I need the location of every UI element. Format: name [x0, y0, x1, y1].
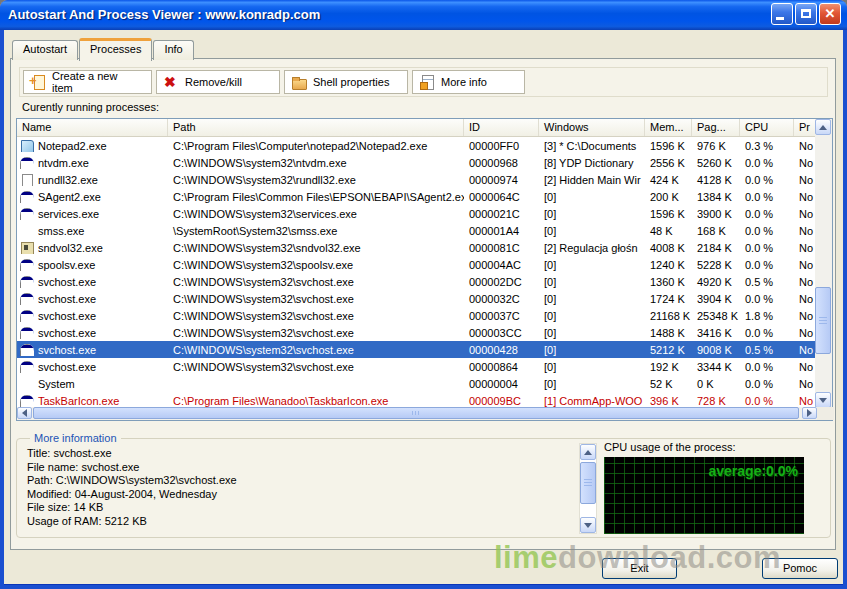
process-name: svchost.exe — [38, 293, 96, 305]
cell-pag: 168 K — [692, 225, 740, 237]
remove-kill-icon — [163, 74, 179, 90]
table-row[interactable]: ntvdm.exeC:\WINDOWS\system32\ntvdm.exe00… — [17, 154, 816, 171]
process-name: rundll32.exe — [38, 174, 98, 186]
vertical-scroll-thumb[interactable] — [815, 287, 831, 354]
window-icon — [20, 157, 34, 169]
scroll-left-button[interactable] — [17, 407, 32, 419]
horizontal-scroll-thumb[interactable] — [33, 407, 799, 419]
cell-windows: [1] CommApp-WOO — [539, 395, 645, 407]
shell-properties-icon — [291, 74, 307, 90]
table-row[interactable]: svchost.exeC:\WINDOWS\system32\svchost.e… — [17, 307, 816, 324]
details-scrollbar[interactable] — [579, 443, 597, 534]
close-button[interactable]: ✕ — [819, 3, 841, 25]
cell-mem: 396 K — [645, 395, 692, 407]
table-row[interactable]: SAgent2.exeC:\Program Files\Common Files… — [17, 188, 816, 205]
cell-name: Notepad2.exe — [17, 140, 168, 152]
cell-path: C:\Program Files\Common Files\EPSON\EBAP… — [168, 191, 464, 203]
cell-id: 0000032C — [464, 293, 539, 305]
arrow-up-icon — [584, 450, 592, 455]
table-row[interactable]: svchost.exeC:\WINDOWS\system32\svchost.e… — [17, 341, 816, 358]
running-processes-label: Curently running processes: — [22, 101, 159, 113]
table-header: NamePathIDWindowsMem...Pag...CPUPr — [17, 119, 816, 137]
cell-cpu: 0.0 % — [740, 208, 794, 220]
cell-mem: 200 K — [645, 191, 692, 203]
cpu-usage-label: CPU usage of the process: — [604, 441, 735, 453]
table-body: Notepad2.exeC:\Program Files\Computer\no… — [17, 137, 816, 409]
cell-mem: 424 K — [645, 174, 692, 186]
cell-pag: 3900 K — [692, 208, 740, 220]
table-row[interactable]: svchost.exeC:\WINDOWS\system32\svchost.e… — [17, 324, 816, 341]
cell-windows: [0] — [539, 293, 645, 305]
column-header-pag[interactable]: Pag... — [692, 119, 740, 136]
cell-windows: [0] — [539, 310, 645, 322]
vertical-scrollbar[interactable] — [815, 119, 832, 409]
horizontal-scrollbar[interactable] — [17, 407, 834, 420]
more-info-button[interactable]: More info — [412, 70, 525, 94]
help-button[interactable]: Pomoc — [762, 558, 838, 579]
cell-pr: No — [794, 259, 816, 271]
table-row[interactable]: System00000004[0]52 K0 K0.0 %No — [17, 375, 816, 392]
tab-info[interactable]: Info — [153, 40, 193, 60]
column-header-id[interactable]: ID — [464, 119, 539, 136]
table-row[interactable]: Notepad2.exeC:\Program Files\Computer\no… — [17, 137, 816, 154]
cell-cpu: 0.0 % — [740, 293, 794, 305]
cell-pag: 4128 K — [692, 174, 740, 186]
table-row[interactable]: svchost.exeC:\WINDOWS\system32\svchost.e… — [17, 273, 816, 290]
column-header-mem[interactable]: Mem... — [645, 119, 692, 136]
remove-kill-button[interactable]: Remove/kill — [156, 70, 280, 94]
column-header-pr[interactable]: Pr — [794, 119, 816, 136]
table-row[interactable]: services.exeC:\WINDOWS\system32\services… — [17, 205, 816, 222]
title-bar[interactable]: Autostart And Process Viewer : www.konra… — [0, 0, 847, 30]
cell-cpu: 0.0 % — [740, 157, 794, 169]
cell-name: svchost.exe — [17, 310, 168, 322]
cell-cpu: 0.0 % — [740, 361, 794, 373]
cell-id: 00000864 — [464, 361, 539, 373]
exit-button[interactable]: Exit — [602, 558, 677, 579]
cell-pr: No — [794, 157, 816, 169]
cell-id: 0000064C — [464, 191, 539, 203]
scroll-down-button[interactable] — [815, 392, 831, 408]
cell-pr: No — [794, 378, 816, 390]
table-row[interactable]: sndvol32.exeC:\WINDOWS\system32\sndvol32… — [17, 239, 816, 256]
table-row[interactable]: spoolsv.exeC:\WINDOWS\system32\spoolsv.e… — [17, 256, 816, 273]
cell-path: C:\WINDOWS\system32\services.exe — [168, 208, 464, 220]
details-scroll-thumb[interactable] — [580, 462, 596, 504]
column-header-windows[interactable]: Windows — [539, 119, 645, 136]
scroll-down-button[interactable] — [580, 517, 596, 533]
maximize-button[interactable] — [795, 3, 817, 25]
table-row[interactable]: svchost.exeC:\WINDOWS\system32\svchost.e… — [17, 358, 816, 375]
cell-mem: 1360 K — [645, 276, 692, 288]
cell-pag: 3904 K — [692, 293, 740, 305]
cell-pag: 5228 K — [692, 259, 740, 271]
column-header-cpu[interactable]: CPU — [740, 119, 794, 136]
scrollbar-corner — [817, 407, 834, 420]
create-new-item-label: Create a new item — [52, 70, 141, 94]
column-header-path[interactable]: Path — [168, 119, 464, 136]
more-information-label: More information — [30, 432, 121, 444]
process-name: Notepad2.exe — [38, 140, 107, 152]
tab-autostart[interactable]: Autostart — [12, 40, 78, 60]
cell-name: svchost.exe — [17, 327, 168, 339]
scroll-right-button[interactable] — [802, 407, 817, 419]
minimize-button[interactable] — [771, 3, 793, 25]
column-header-name[interactable]: Name — [17, 119, 168, 136]
thumb-grip — [584, 479, 592, 487]
table-row[interactable]: rundll32.exeC:\WINDOWS\system32\rundll32… — [17, 171, 816, 188]
table-row[interactable]: smss.exe\SystemRoot\System32\smss.exe000… — [17, 222, 816, 239]
processes-tab-page: Create a new item Remove/kill Shell prop… — [10, 58, 836, 550]
cell-name: SAgent2.exe — [17, 191, 168, 203]
create-new-item-button[interactable]: Create a new item — [23, 70, 152, 94]
scroll-up-button[interactable] — [815, 119, 831, 135]
window-icon — [20, 191, 34, 203]
tab-processes[interactable]: Processes — [79, 38, 152, 61]
cell-windows: [0] — [539, 208, 645, 220]
shell-properties-button[interactable]: Shell properties — [284, 70, 408, 94]
cell-mem: 1488 K — [645, 327, 692, 339]
cell-cpu: 0.5 % — [740, 344, 794, 356]
notepad-icon — [20, 140, 34, 152]
table-row[interactable]: svchost.exeC:\WINDOWS\system32\svchost.e… — [17, 290, 816, 307]
scroll-up-button[interactable] — [580, 444, 596, 460]
none-icon — [20, 378, 34, 390]
cell-pag: 25348 K — [692, 310, 740, 322]
arrow-left-icon — [22, 409, 27, 417]
